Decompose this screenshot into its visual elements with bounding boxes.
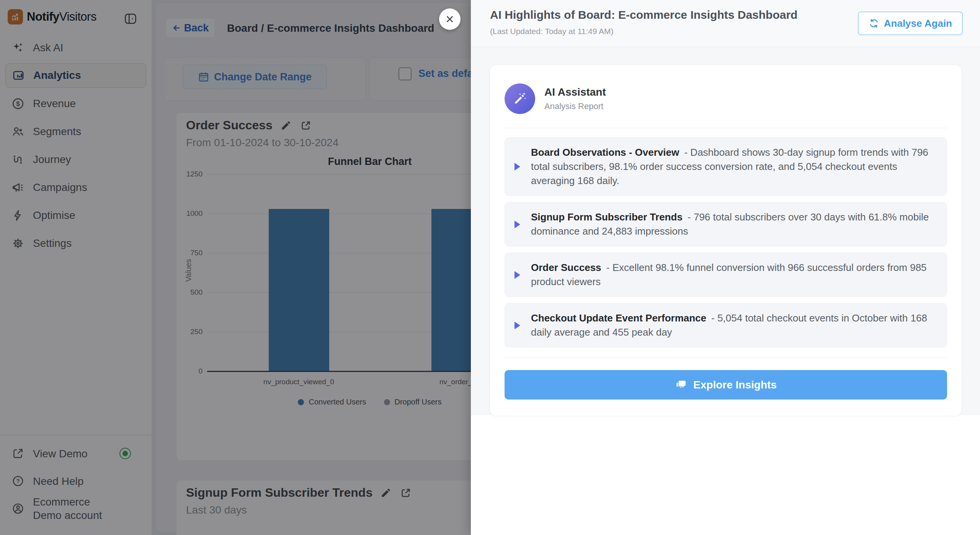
magic-wand-icon bbox=[512, 91, 528, 106]
refresh-icon bbox=[869, 18, 879, 29]
chat-bubbles-icon bbox=[675, 379, 687, 391]
panel-body: AI Assistant Analysis Report Board Obser… bbox=[471, 47, 980, 415]
observation-row[interactable]: Checkout Update Event Performance - 5,05… bbox=[505, 303, 947, 347]
ai-assistant-subtitle: Analysis Report bbox=[544, 101, 606, 111]
observation-row[interactable]: Order Success - Excellent 98.1% funnel c… bbox=[505, 253, 947, 297]
ai-assistant-name: AI Assistant bbox=[544, 86, 606, 98]
ai-report-card: AI Assistant Analysis Report Board Obser… bbox=[490, 65, 962, 416]
divider bbox=[505, 128, 947, 128]
explore-insights-button[interactable]: Explore Insights bbox=[505, 370, 947, 400]
modal-dim-overlay[interactable] bbox=[0, 0, 471, 535]
panel-header: AI Highlights of Board: E-commerce Insig… bbox=[471, 0, 980, 47]
close-icon bbox=[445, 14, 455, 24]
ai-highlights-panel: AI Highlights of Board: E-commerce Insig… bbox=[471, 0, 980, 535]
expand-triangle-icon[interactable] bbox=[513, 162, 523, 171]
explore-insights-label: Explore Insights bbox=[693, 379, 777, 391]
divider bbox=[505, 357, 947, 358]
observation-row[interactable]: Board Observations - Overview - Dashboar… bbox=[505, 137, 947, 196]
expand-triangle-icon[interactable] bbox=[513, 220, 523, 229]
app-root: NotifyVisitors Ask AI bbox=[0, 0, 980, 535]
observation-title: Board Observations - Overview bbox=[531, 147, 679, 158]
ai-assistant-avatar bbox=[505, 83, 535, 114]
analyse-again-button[interactable]: Analyse Again bbox=[858, 11, 963, 35]
observation-row[interactable]: Signup Form Subscriber Trends - 796 tota… bbox=[505, 202, 947, 246]
observations-list: Board Observations - Overview - Dashboar… bbox=[505, 137, 947, 347]
observation-title: Order Success bbox=[531, 262, 601, 273]
observation-title: Signup Form Subscriber Trends bbox=[531, 211, 683, 223]
expand-triangle-icon[interactable] bbox=[513, 321, 523, 330]
close-panel-button[interactable] bbox=[439, 8, 461, 30]
observation-title: Checkout Update Event Performance bbox=[531, 312, 706, 324]
last-updated-text: (Last Updated: Today at 11:49 AM) bbox=[490, 27, 614, 36]
panel-title: AI Highlights of Board: E-commerce Insig… bbox=[490, 8, 797, 21]
expand-triangle-icon[interactable] bbox=[513, 270, 523, 280]
analyse-again-label: Analyse Again bbox=[884, 18, 952, 29]
